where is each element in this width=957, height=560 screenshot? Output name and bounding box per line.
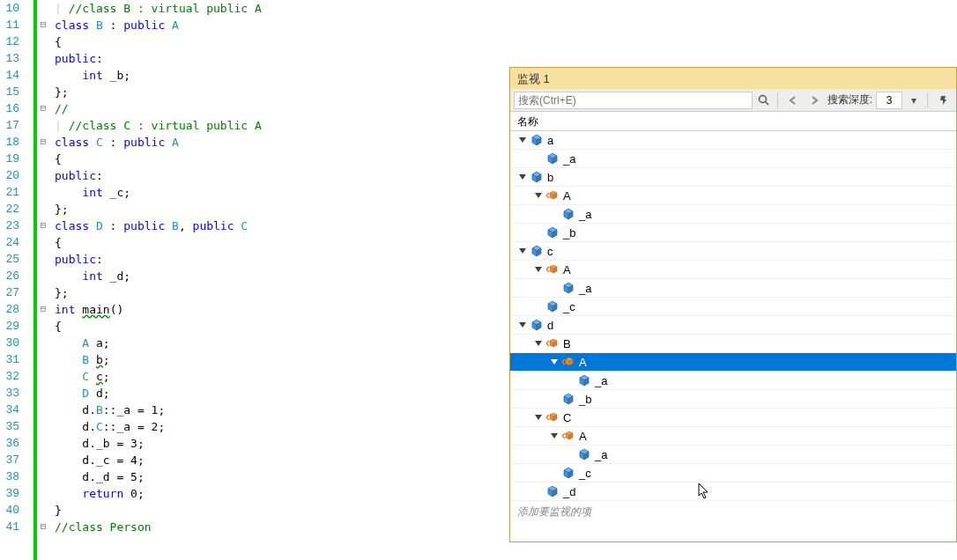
tree-expander[interactable] (517, 135, 528, 145)
fold-toggle[interactable] (37, 268, 49, 284)
watch-column-header[interactable]: 名称 (510, 112, 956, 131)
watch-tree-row[interactable]: c (510, 242, 956, 261)
fold-toggle[interactable] (37, 385, 49, 402)
fold-toggle[interactable] (37, 0, 49, 17)
search-icon[interactable] (754, 91, 774, 110)
fold-toggle[interactable] (37, 234, 49, 251)
variable-icon (530, 134, 544, 146)
watch-tree-row[interactable]: _b (510, 390, 956, 409)
watch-tree-row[interactable]: A (510, 353, 956, 372)
tree-label: _a (595, 448, 607, 461)
tree-label: A (563, 189, 571, 203)
fold-toggle[interactable] (37, 151, 49, 167)
watch-tree[interactable]: a_abA_a_bcA_a_cdBA_a_bCA_a_c_d添加要监视的项 (510, 131, 956, 542)
fold-toggle[interactable] (37, 167, 49, 184)
depth-dropdown-icon[interactable]: ▾ (904, 91, 924, 110)
watch-tree-row[interactable]: _a (510, 372, 956, 390)
fold-toggle[interactable]: ⊟ (37, 301, 49, 318)
tree-expander[interactable] (517, 320, 528, 330)
fold-column[interactable]: ⊟⊟⊟⊟⊟⊟ (37, 0, 49, 560)
baseclass-icon (545, 337, 560, 350)
tree-expander[interactable] (533, 338, 544, 349)
watch-tree-row[interactable]: a (510, 131, 956, 150)
variable-icon (545, 485, 560, 497)
tree-expander[interactable] (549, 357, 560, 367)
variable-icon (530, 171, 544, 183)
watch-panel: 监视 1 搜索深度: 3 ▾ 名称 a_abA_a_bcA_a_cdBA_a_b… (509, 67, 957, 542)
watch-tree-row[interactable]: b (510, 168, 956, 187)
fold-toggle[interactable] (37, 468, 49, 485)
tree-expander[interactable] (549, 431, 560, 441)
fold-toggle[interactable] (37, 335, 49, 351)
tree-expander[interactable] (517, 246, 528, 256)
add-watch-item[interactable]: 添加要监视的项 (510, 501, 956, 523)
watch-tree-row[interactable]: _c (510, 464, 956, 483)
watch-tree-row[interactable]: A (510, 261, 956, 279)
tree-label: _a (595, 374, 607, 387)
fold-toggle[interactable] (37, 284, 49, 301)
tree-label: A (563, 263, 571, 276)
svg-line-1 (765, 101, 768, 105)
fold-toggle[interactable] (37, 318, 49, 335)
fold-toggle[interactable] (37, 84, 49, 100)
fold-toggle[interactable] (37, 33, 49, 50)
tree-label: _a (563, 152, 575, 166)
fold-toggle[interactable] (37, 184, 49, 201)
watch-tree-row[interactable]: A (510, 427, 956, 446)
tree-expander[interactable] (533, 412, 544, 423)
fold-toggle[interactable]: ⊟ (37, 17, 49, 33)
tree-label: _c (579, 467, 591, 480)
watch-tree-row[interactable]: _a (510, 279, 956, 298)
fold-toggle[interactable]: ⊟ (37, 100, 49, 117)
code-editor[interactable]: 1011121314151617181920212223242526272829… (0, 0, 511, 560)
search-depth-value[interactable]: 3 (876, 92, 902, 109)
watch-tree-row[interactable]: _a (510, 205, 956, 224)
watch-tree-row[interactable]: _d (510, 483, 956, 501)
fold-toggle[interactable] (37, 351, 49, 368)
watch-tree-row[interactable]: _a (510, 150, 956, 168)
variable-icon (561, 393, 575, 405)
code-content[interactable]: | //class B : virtual public Aclass B : … (49, 0, 511, 560)
fold-toggle[interactable] (37, 452, 49, 468)
fold-toggle[interactable]: ⊟ (37, 217, 49, 234)
watch-tree-row[interactable]: C (510, 409, 956, 427)
fold-toggle[interactable] (37, 368, 49, 385)
variable-icon (577, 448, 591, 461)
tree-label: _b (579, 393, 591, 406)
watch-tree-row[interactable]: B (510, 335, 956, 353)
fold-toggle[interactable] (37, 117, 49, 134)
tree-expander[interactable] (533, 190, 544, 201)
watch-tree-row[interactable]: _b (510, 224, 956, 242)
watch-panel-title: 监视 1 (510, 68, 956, 89)
watch-tree-row[interactable]: _a (510, 446, 956, 464)
variable-icon (530, 319, 544, 331)
fold-toggle[interactable] (37, 50, 49, 67)
search-input[interactable] (514, 92, 753, 109)
fold-toggle[interactable]: ⊟ (37, 134, 49, 151)
fold-toggle[interactable] (37, 67, 49, 84)
nav-back-button[interactable] (783, 91, 803, 110)
watch-tree-row[interactable]: d (510, 316, 956, 335)
fold-toggle[interactable]: ⊟ (37, 519, 49, 535)
nav-forward-button[interactable] (805, 91, 824, 110)
tree-label: _c (563, 300, 575, 313)
variable-icon (530, 245, 544, 257)
fold-toggle[interactable] (37, 435, 49, 452)
watch-tree-row[interactable]: A (510, 187, 956, 205)
fold-toggle[interactable] (37, 485, 49, 502)
tree-expander[interactable] (533, 264, 544, 275)
fold-toggle[interactable] (37, 251, 49, 268)
watch-tree-row[interactable]: _c (510, 298, 956, 316)
tree-label: _d (563, 485, 575, 498)
fold-toggle[interactable] (37, 201, 49, 217)
tree-label: d (547, 319, 553, 332)
tree-label: _a (579, 208, 591, 221)
line-number-gutter: 1011121314151617181920212223242526272829… (0, 0, 25, 560)
fold-toggle[interactable] (37, 502, 49, 519)
pin-icon[interactable] (933, 91, 953, 110)
fold-toggle[interactable] (37, 418, 49, 435)
tree-expander[interactable] (517, 172, 528, 182)
fold-toggle[interactable] (37, 402, 49, 418)
baseclass-icon (561, 356, 575, 368)
variable-icon (545, 152, 560, 165)
